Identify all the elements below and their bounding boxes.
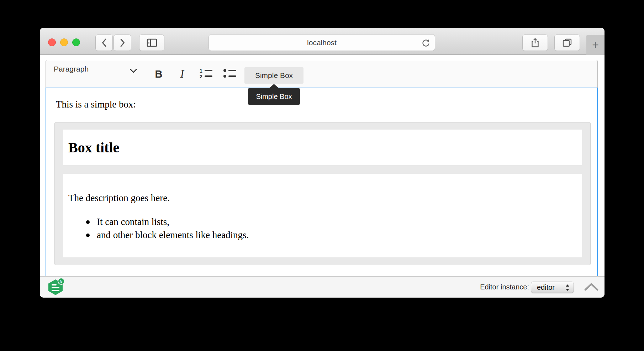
address-bar[interactable]: localhost	[208, 34, 435, 51]
simple-box-title-field[interactable]: Box title	[63, 130, 582, 165]
simple-box-widget[interactable]: Box title The description goes here. It …	[54, 122, 591, 265]
numbered-list-icon: 1	[199, 68, 203, 74]
chevron-down-icon[interactable]	[130, 68, 137, 73]
collapse-console-button[interactable]	[584, 283, 599, 291]
bulleted-list-icon	[228, 75, 236, 77]
numbered-list-icon	[205, 70, 212, 71]
bulleted-list-button[interactable]	[223, 69, 238, 79]
new-tab-icon: +	[592, 38, 599, 52]
intro-paragraph[interactable]: This is a simple box:	[56, 99, 136, 110]
simple-box-title[interactable]: Box title	[68, 139, 119, 156]
bold-button[interactable]: B	[153, 68, 165, 80]
share-button[interactable]	[522, 35, 548, 51]
numbered-list-icon: 2	[199, 74, 203, 79]
list-item-text[interactable]: and other block elements like headings.	[97, 230, 249, 240]
sidebar-icon	[147, 38, 157, 47]
reload-icon[interactable]	[421, 38, 431, 47]
window-close-button[interactable]	[48, 38, 56, 46]
list-item[interactable]: and other block elements like headings.	[68, 229, 582, 242]
logo-line	[52, 290, 59, 291]
back-icon	[101, 38, 107, 47]
list-item[interactable]: It can contain lists,	[68, 215, 582, 229]
logo-line	[52, 284, 57, 285]
description-list: It can contain lists, and other block el…	[68, 215, 582, 242]
forward-button[interactable]	[114, 35, 131, 51]
new-tab-button[interactable]: +	[586, 35, 605, 55]
screen: localhost +	[0, 0, 644, 351]
browser-window: localhost +	[40, 28, 605, 298]
window-minimize-button[interactable]	[60, 38, 68, 46]
bullet-icon	[86, 234, 90, 237]
browser-titlebar: localhost +	[40, 28, 605, 55]
version-badge: 5	[58, 278, 65, 285]
description-paragraph[interactable]: The description goes here.	[68, 192, 582, 205]
tabs-icon	[562, 38, 572, 47]
window-zoom-button[interactable]	[72, 38, 80, 46]
bulleted-list-icon	[223, 75, 226, 78]
italic-button[interactable]: I	[176, 68, 188, 80]
logo-line	[52, 287, 59, 288]
heading-dropdown-label[interactable]: Paragraph	[54, 65, 89, 73]
editor-toolbar: Paragraph B I 1 2 Simple Box	[46, 60, 598, 88]
numbered-list-button[interactable]: 1 2	[199, 69, 214, 79]
tooltip-text: Simple Box	[256, 93, 292, 100]
simple-box-description-field[interactable]: The description goes here. It can contai…	[63, 174, 582, 257]
editor-instance-label: Editor instance:	[480, 283, 529, 291]
bulleted-list-icon	[228, 70, 236, 71]
list-item-text[interactable]: It can contain lists,	[97, 216, 169, 227]
address-bar-url[interactable]: localhost	[209, 35, 435, 51]
bullet-icon	[86, 220, 90, 224]
back-button[interactable]	[95, 35, 113, 51]
simple-box-button[interactable]: Simple Box	[244, 67, 303, 84]
editor-editable-area[interactable]: This is a simple box: Box title The desc…	[46, 88, 598, 276]
sidebar-toggle-button[interactable]	[139, 35, 164, 51]
triangle-up-icon	[566, 284, 569, 287]
show-all-tabs-button[interactable]	[554, 35, 580, 51]
share-icon	[530, 38, 540, 48]
select-arrows-icon	[566, 284, 569, 291]
numbered-list-icon	[205, 75, 212, 77]
status-bar: 5 Editor instance: editor	[40, 276, 605, 298]
triangle-down-icon	[566, 289, 569, 291]
tooltip-caret	[269, 84, 279, 88]
selected-instance: editor	[537, 283, 555, 292]
forward-icon	[120, 38, 125, 47]
bulleted-list-icon	[223, 69, 226, 72]
simple-box-tooltip: Simple Box	[248, 88, 300, 105]
editor-instance-select[interactable]: editor	[531, 282, 574, 293]
